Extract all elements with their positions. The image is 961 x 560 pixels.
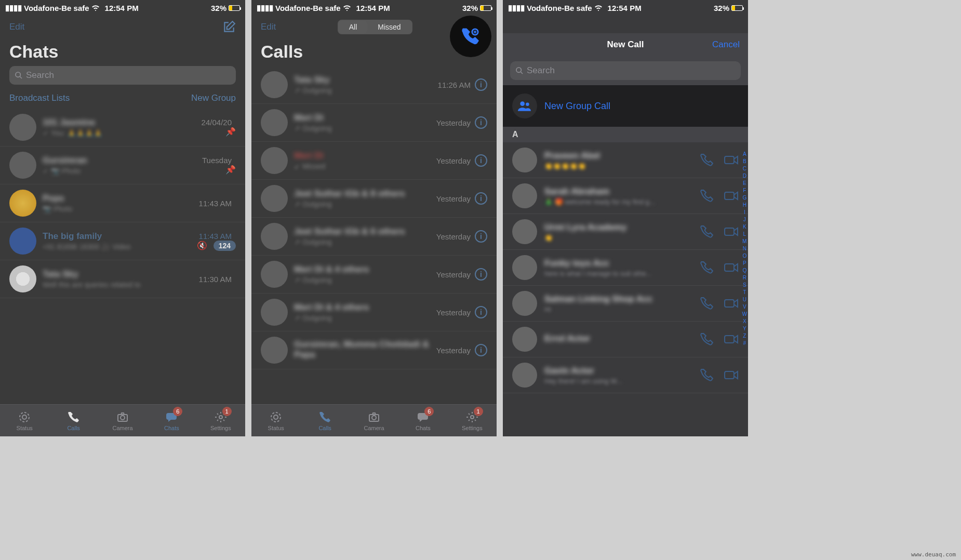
contact-row[interactable]: Sarah Abraham🎄 🎁 welcome ready for my fi… xyxy=(503,178,748,214)
index-letter[interactable]: D xyxy=(742,172,747,180)
index-letter[interactable]: H xyxy=(742,202,747,209)
svg-rect-15 xyxy=(725,156,734,164)
index-letter[interactable]: R xyxy=(742,274,747,282)
tab-settings[interactable]: 1Settings xyxy=(196,405,245,436)
tab-settings[interactable]: 1Settings xyxy=(448,405,497,436)
call-video-icon[interactable] xyxy=(724,370,739,380)
tab-status[interactable]: Status xyxy=(0,405,49,436)
call-phone-icon[interactable] xyxy=(700,368,714,382)
index-letter[interactable]: I xyxy=(742,209,747,216)
index-letter[interactable]: B xyxy=(742,158,747,165)
new-group-call-row[interactable]: New Group Call xyxy=(503,85,748,127)
call-time: Yesterday xyxy=(436,346,471,355)
call-phone-icon[interactable] xyxy=(700,225,714,238)
index-letter[interactable]: Y xyxy=(742,325,747,332)
cancel-button[interactable]: Cancel xyxy=(712,39,740,50)
index-letter[interactable]: S xyxy=(742,282,747,289)
svg-rect-19 xyxy=(725,300,734,307)
tab-camera[interactable]: Camera xyxy=(350,405,398,436)
unread-badge: 124 xyxy=(213,241,236,251)
tab-camera[interactable]: Camera xyxy=(98,405,147,436)
info-icon[interactable]: i xyxy=(475,268,487,281)
call-row[interactable]: Meri Di↗ OutgoingYesterdayi xyxy=(251,104,497,142)
call-phone-icon[interactable] xyxy=(700,189,714,203)
sheet-title: New Call xyxy=(607,39,644,50)
index-letter[interactable]: W xyxy=(742,311,747,318)
index-letter[interactable]: G xyxy=(742,194,747,202)
tab-calls[interactable]: Calls xyxy=(300,405,349,436)
index-letter[interactable]: Q xyxy=(742,267,747,274)
info-icon[interactable]: i xyxy=(475,154,487,167)
contact-row[interactable]: Praveen Abel👏👏👏👏👏 xyxy=(503,142,748,178)
contact-name: Urmi Lyra Academy xyxy=(544,222,700,233)
call-video-icon[interactable] xyxy=(724,298,739,309)
index-letter[interactable]: O xyxy=(742,252,747,260)
chat-row[interactable]: The big family+91 81696 16300 🎥 Video 11… xyxy=(0,222,245,260)
search-input[interactable]: Search xyxy=(9,66,236,85)
edit-button[interactable]: Edit xyxy=(261,22,276,32)
tab-chats[interactable]: 6Chats xyxy=(147,405,196,436)
info-icon[interactable]: i xyxy=(475,306,487,318)
call-phone-icon[interactable] xyxy=(700,332,714,346)
broadcast-lists-link[interactable]: Broadcast Lists xyxy=(9,93,70,103)
call-row[interactable]: Gursimran, Mumma Chotidadi & PapaYesterd… xyxy=(251,331,497,369)
search-input[interactable]: Search xyxy=(510,61,741,80)
info-icon[interactable]: i xyxy=(475,116,487,129)
call-row[interactable]: Jeet Suthar iGb & 8 others↗ OutgoingYest… xyxy=(251,180,497,218)
index-letter[interactable]: E xyxy=(742,180,747,187)
info-icon[interactable]: i xyxy=(475,78,487,91)
chat-row[interactable]: Pops📷 Photo 11:43 AM xyxy=(0,184,245,222)
index-letter[interactable]: A xyxy=(742,151,747,158)
call-video-icon[interactable] xyxy=(724,262,739,273)
call-row[interactable]: Tata Sky↗ Outgoing11:26 AMi xyxy=(251,66,497,104)
index-letter[interactable]: Z xyxy=(742,332,747,340)
call-video-icon[interactable] xyxy=(724,191,739,201)
index-letter[interactable]: N xyxy=(742,245,747,252)
index-letter[interactable]: J xyxy=(742,216,747,223)
index-letter[interactable]: L xyxy=(742,231,747,238)
seg-all[interactable]: All xyxy=(339,21,368,33)
seg-missed[interactable]: Missed xyxy=(367,21,411,33)
index-letter[interactable]: C xyxy=(742,165,747,172)
index-letter[interactable]: U xyxy=(742,296,747,303)
call-row[interactable]: Meri Di & 4 others↗ OutgoingYesterdayi xyxy=(251,294,497,331)
contact-row[interactable]: Errol Actor xyxy=(503,322,748,357)
call-video-icon[interactable] xyxy=(724,226,739,237)
call-row[interactable]: Jeet Suthar iGb & 6 others↗ OutgoingYest… xyxy=(251,218,497,256)
contact-row[interactable]: Funky toys Acchere is what I manage to s… xyxy=(503,250,748,286)
index-letter[interactable]: V xyxy=(742,303,747,311)
new-call-button[interactable] xyxy=(450,16,491,57)
chat-row[interactable]: Tata SkyWell this are queries related to… xyxy=(0,260,245,298)
contact-row[interactable]: Salman Linking Shop AccHi xyxy=(503,286,748,322)
info-icon[interactable]: i xyxy=(475,344,487,356)
tab-status[interactable]: Status xyxy=(251,405,300,436)
edit-button[interactable]: Edit xyxy=(9,22,24,32)
index-letter[interactable]: M xyxy=(742,238,747,245)
call-video-icon[interactable] xyxy=(724,334,739,344)
tab-chats[interactable]: 6Chats xyxy=(398,405,447,436)
chat-row[interactable]: Gursimran✓ 📷 Photo Tuesday📌 xyxy=(0,146,245,184)
tab-calls[interactable]: Calls xyxy=(49,405,98,436)
info-icon[interactable]: i xyxy=(475,230,487,243)
index-letter[interactable]: X xyxy=(742,318,747,325)
index-letter[interactable]: T xyxy=(742,289,747,296)
compose-icon[interactable] xyxy=(222,20,236,34)
index-letter[interactable]: K xyxy=(742,223,747,231)
call-phone-icon[interactable] xyxy=(700,297,714,310)
call-phone-icon[interactable] xyxy=(700,261,714,274)
contact-row[interactable]: Gavin ActorHey there! I am using W... xyxy=(503,357,748,393)
call-video-icon[interactable] xyxy=(724,155,739,165)
contact-row[interactable]: Urmi Lyra Academy👏 xyxy=(503,214,748,250)
index-letter[interactable]: F xyxy=(742,187,747,194)
segmented-control[interactable]: All Missed xyxy=(338,20,412,34)
call-row[interactable]: Meri Di & 4 others↗ OutgoingYesterdayi xyxy=(251,256,497,294)
index-letter[interactable]: # xyxy=(742,340,747,347)
chat-row[interactable]: 101 Jasmine✓ You: 🙏🙏🙏🙏 24/04/20📌 xyxy=(0,109,245,146)
tab-label: Calls xyxy=(318,425,331,431)
call-phone-icon[interactable] xyxy=(700,153,714,167)
index-letter[interactable]: P xyxy=(742,260,747,267)
index-bar[interactable]: ABCDEFGHIJKLMNOPQRSTUVWXYZ# xyxy=(742,151,747,347)
info-icon[interactable]: i xyxy=(475,192,487,205)
new-group-link[interactable]: New Group xyxy=(191,93,236,103)
call-row[interactable]: Meri Di↙ MissedYesterdayi xyxy=(251,142,497,180)
